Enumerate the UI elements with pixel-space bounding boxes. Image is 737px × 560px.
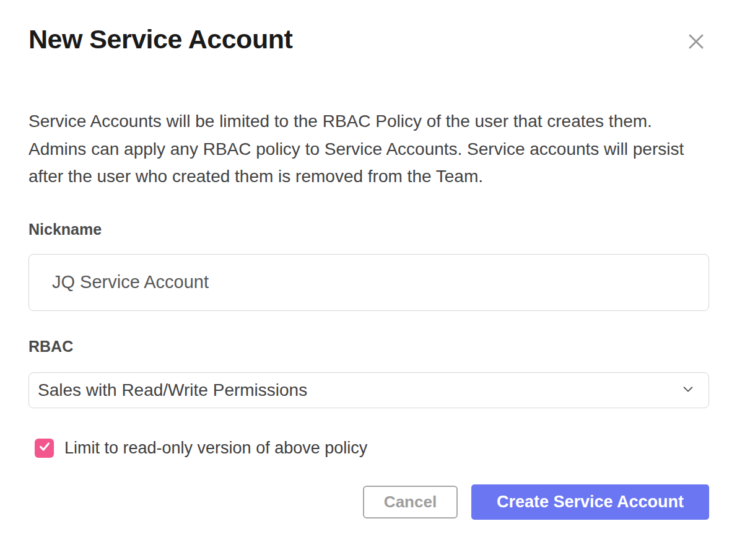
close-icon xyxy=(687,43,705,53)
read-only-checkbox[interactable] xyxy=(35,439,54,458)
rbac-label: RBAC xyxy=(28,338,709,356)
modal-header: New Service Account xyxy=(28,24,709,55)
modal-actions: Cancel Create Service Account xyxy=(28,484,709,520)
modal-description: Service Accounts will be limited to the … xyxy=(28,108,709,191)
cancel-button[interactable]: Cancel xyxy=(363,486,458,518)
read-only-checkbox-row[interactable]: Limit to read-only version of above poli… xyxy=(35,439,709,458)
nickname-label: Nickname xyxy=(28,221,709,238)
read-only-checkbox-label: Limit to read-only version of above poli… xyxy=(64,439,367,458)
rbac-select[interactable]: Sales with Read/Write Permissions xyxy=(28,372,709,408)
modal-title: New Service Account xyxy=(28,24,292,55)
new-service-account-modal: New Service Account Service Accounts wil… xyxy=(0,0,737,560)
create-service-account-button[interactable]: Create Service Account xyxy=(471,484,709,520)
chevron-down-icon xyxy=(681,382,695,398)
rbac-selected-value: Sales with Read/Write Permissions xyxy=(38,380,307,400)
close-button[interactable] xyxy=(683,28,709,55)
checkmark-icon xyxy=(38,440,51,456)
nickname-input[interactable] xyxy=(28,254,709,311)
